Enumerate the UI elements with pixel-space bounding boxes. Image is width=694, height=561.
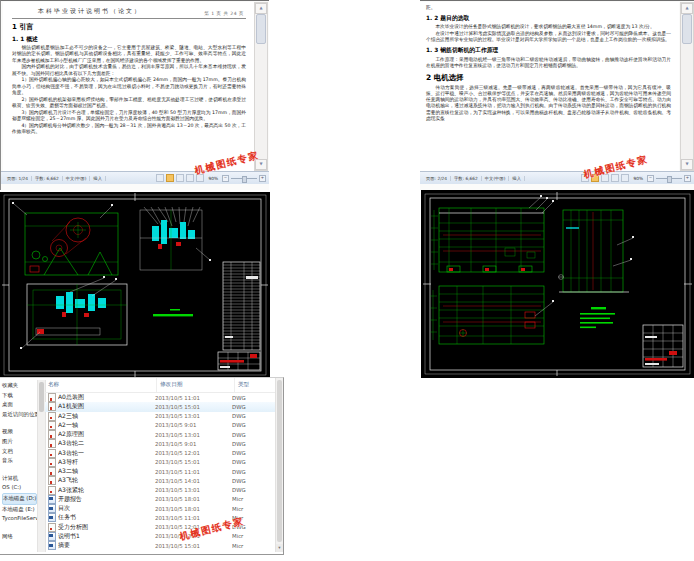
word-document-page2: 距。1. 2 题目的选取本次毕业设计的任务是卧式钢筋切断机的设计，要求切断钢筋的… <box>420 0 694 190</box>
file-row[interactable]: A3二轴 2013/10/5 11:01 DWG <box>45 467 276 476</box>
column-header-date[interactable]: 修改日期 <box>157 378 235 392</box>
statusbar-item[interactable]: 中文(中国) <box>63 176 91 181</box>
file-icon <box>48 421 56 430</box>
nav-scroll-thumb[interactable] <box>39 382 44 412</box>
cad-assembly-drawing <box>0 192 270 378</box>
explorer-nav-tree: 收藏夹下载桌面最近访问的位置视频图片文档音乐计算机OS (C:)本地磁盘 (D:… <box>0 381 37 552</box>
file-icon <box>48 393 56 402</box>
file-type: DWG <box>232 413 276 419</box>
doc1-text-block: 1 引言 <box>12 22 246 32</box>
file-row[interactable]: A3张紧轮 2013/10/5 13:01 DWG <box>45 486 276 495</box>
nav-tree-item[interactable]: 视频 <box>2 427 37 437</box>
doc2-statusbar: 页面: 2/24字数: 6,662中文(中国)插入 90% − + <box>420 171 694 184</box>
file-icon <box>48 476 56 485</box>
doc1-header-title: 本科毕业设计说明书（论文） <box>38 7 142 16</box>
zoom-level[interactable]: 90% <box>206 176 220 181</box>
column-header-name[interactable]: 名称 <box>45 378 157 392</box>
file-row[interactable]: A2三轴 2013/10/5 13:01 DWG <box>45 412 276 421</box>
file-list-scrollbar[interactable]: ▾ <box>275 378 283 552</box>
doc1-text-block: 1. 1 概述 <box>12 35 246 44</box>
file-type: DWG <box>232 441 276 447</box>
zoom-slider[interactable] <box>656 178 682 179</box>
file-type: DWG <box>232 395 276 401</box>
file-row[interactable]: 目次 2013/10/5 18:01 Micr <box>45 504 276 513</box>
file-row[interactable]: A3飞轮 2013/10/5 14:01 DWG <box>45 476 276 485</box>
file-row[interactable]: 说明书1 2013/10/5 13:01 Micr <box>45 532 276 541</box>
file-type: Micr <box>232 543 276 549</box>
doc1-statusbar: 页面: 1/24字数: 6,662中文(中国)插入 90% − + <box>1 171 269 184</box>
file-row[interactable]: A3齿轮一 2013/10/5 12:01 DWG <box>45 449 276 458</box>
file-type: Micr <box>232 496 276 502</box>
file-type: Micr <box>232 506 276 512</box>
view-draft-icon[interactable] <box>621 174 629 182</box>
file-row[interactable]: A3齿轮二 2013/10/5 9:01 DWG <box>45 439 276 448</box>
nav-tree-item[interactable]: 收藏夹 <box>2 381 37 391</box>
nav-tree-item[interactable]: TyconFileServer <box>2 514 37 524</box>
nav-tree-item[interactable]: 音乐 <box>2 456 37 466</box>
file-row[interactable]: A2一轴 2013/10/5 9:01 DWG <box>45 421 276 430</box>
file-icon <box>48 467 56 476</box>
view-web-layout-icon[interactable] <box>176 174 184 182</box>
file-icon <box>48 523 56 532</box>
nav-tree-item[interactable]: OS (C:) <box>2 483 37 493</box>
zoom-slider[interactable] <box>231 178 257 179</box>
zoom-slider-thumb[interactable] <box>667 176 672 183</box>
file-row[interactable]: A1机架图 2013/10/5 15:01 DWG <box>45 402 276 411</box>
file-row[interactable]: 开题报告 2013/10/5 18:01 Micr <box>45 495 276 504</box>
cad2-canvas <box>421 190 694 378</box>
file-date: 2013/10/5 13:01 <box>155 413 232 419</box>
scroll-down-icon[interactable]: ▾ <box>276 544 283 552</box>
doc2-scrollbar[interactable]: ▲ ▼ <box>680 2 694 171</box>
file-date: 2013/10/5 15:01 <box>155 459 232 465</box>
statusbar-item[interactable]: 字数: 6,662 <box>32 176 63 181</box>
statusbar-item[interactable]: 中文(中国) <box>482 176 510 181</box>
statusbar-item[interactable]: 插入 <box>90 176 106 181</box>
scroll-up-icon[interactable]: ▲ <box>255 3 267 14</box>
zoom-out-icon[interactable]: − <box>222 175 229 182</box>
file-name: A3张紧轮 <box>58 486 155 495</box>
doc1-scroll-thumb[interactable] <box>256 14 266 44</box>
doc1-scrollbar[interactable]: ▲ ▼ <box>254 2 268 171</box>
file-row[interactable]: A3导杆 2013/10/5 15:01 DWG <box>45 458 276 467</box>
scroll-down-icon[interactable]: ▼ <box>681 159 693 170</box>
column-header-type[interactable]: 类型 <box>235 378 276 392</box>
file-row[interactable]: A2原理图 2013/10/5 13:01 DWG <box>45 430 276 439</box>
doc2-scroll-thumb[interactable] <box>682 14 692 44</box>
list-scroll-thumb[interactable] <box>277 380 282 542</box>
nav-tree-item[interactable]: 本地磁盘 (D:) <box>2 493 37 505</box>
nav-tree-item[interactable]: 最近访问的位置 <box>2 410 37 420</box>
view-outline-icon[interactable] <box>186 174 194 182</box>
nav-tree-item[interactable]: 网络 <box>2 532 37 542</box>
statusbar-item[interactable]: 字数: 6,662 <box>451 176 482 181</box>
doc2-text-block: 2 电机选择 <box>426 73 671 83</box>
file-icon <box>48 541 56 550</box>
file-date: 2013/10/5 14:01 <box>155 478 232 484</box>
zoom-in-icon[interactable]: + <box>259 175 266 182</box>
file-name: 摘要 <box>58 541 155 550</box>
file-date: 2013/10/5 9:01 <box>155 422 232 428</box>
nav-tree-item[interactable]: 文档 <box>2 447 37 457</box>
statusbar-item[interactable]: 页面: 1/24 <box>4 176 32 181</box>
file-icon <box>48 439 56 448</box>
nav-tree-item[interactable]: 桌面 <box>2 400 37 410</box>
file-row[interactable]: 摘要 2013/10/5 15:01 Micr <box>45 541 276 550</box>
statusbar-item[interactable]: 插入 <box>509 176 525 181</box>
view-print-layout-icon[interactable] <box>156 174 164 182</box>
doc1-text-block: 4）国内切断机每分钟切断次数少，国内一般为 28～31 次，国外普遍高出 13～… <box>12 123 246 136</box>
zoom-in-icon[interactable]: + <box>684 175 691 182</box>
zoom-slider-thumb[interactable] <box>242 176 247 183</box>
nav-tree-item[interactable]: 计算机 <box>2 474 37 484</box>
nav-tree-item[interactable]: 下载 <box>2 391 37 401</box>
nav-tree-item[interactable]: 图片 <box>2 437 37 447</box>
scroll-up-icon[interactable]: ▲ <box>681 3 693 14</box>
file-name: A1机架图 <box>58 402 155 411</box>
file-type: DWG <box>232 469 276 475</box>
file-row[interactable]: A0总装图 2013/10/5 11:01 DWG <box>45 393 276 402</box>
file-date: 2013/10/5 18:01 <box>155 496 232 502</box>
zoom-out-icon[interactable]: − <box>647 175 654 182</box>
nav-tree-item[interactable]: 本地磁盘 (E:) <box>2 505 37 515</box>
view-fullscreen-icon[interactable] <box>166 174 174 182</box>
zoom-level[interactable]: 90% <box>631 176 645 181</box>
statusbar-item[interactable]: 页面: 2/24 <box>423 176 451 181</box>
view-outline-icon[interactable] <box>611 174 619 182</box>
